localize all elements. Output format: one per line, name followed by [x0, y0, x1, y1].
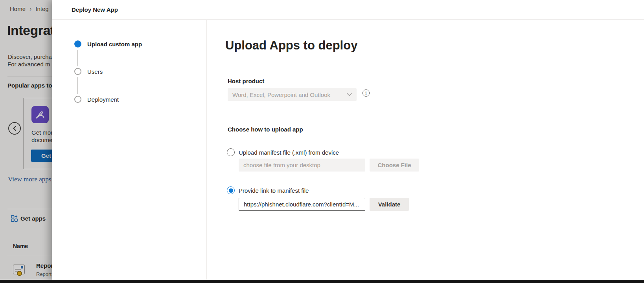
host-product-label: Host product — [228, 78, 264, 84]
chevron-down-icon — [347, 93, 352, 96]
content-heading: Upload Apps to deploy — [225, 38, 357, 53]
step-users[interactable]: Users — [87, 68, 103, 75]
info-icon[interactable]: i — [362, 89, 370, 97]
manifest-link-input[interactable] — [239, 198, 365, 211]
host-product-dropdown[interactable]: Word, Excel, Powerpoint and Outlook — [228, 88, 357, 101]
divider — [206, 20, 207, 280]
panel-title: Deploy New App — [72, 6, 118, 13]
panel-header: Deploy New App — [52, 0, 644, 20]
step-connector — [77, 50, 78, 66]
step-connector — [77, 77, 78, 94]
info-glyph: i — [365, 90, 366, 96]
step-upload-custom-app[interactable]: Upload custom app — [87, 41, 142, 47]
step-indicator-active — [74, 40, 81, 47]
screen: Home›Integ Integrated apps Discover, pur… — [0, 0, 644, 283]
upload-method-label: Choose how to upload app — [228, 126, 303, 133]
step-indicator — [74, 68, 81, 75]
radio-provide-link-label[interactable]: Provide link to manifest file — [239, 187, 309, 194]
deploy-new-app-panel: Deploy New App Upload custom app Users D… — [52, 0, 644, 280]
radio-upload-manifest-file-label[interactable]: Upload manifest file (.xml) from device — [239, 149, 339, 156]
manifest-file-input[interactable] — [239, 159, 365, 172]
choose-file-button[interactable]: Choose File — [370, 159, 419, 172]
radio-provide-link[interactable] — [227, 186, 235, 194]
step-indicator — [74, 96, 81, 103]
validate-button[interactable]: Validate — [370, 198, 409, 211]
host-product-value: Word, Excel, Powerpoint and Outlook — [232, 91, 347, 98]
taskbar-edge — [0, 280, 644, 283]
step-deployment[interactable]: Deployment — [87, 96, 119, 103]
radio-upload-manifest-file[interactable] — [227, 148, 235, 156]
